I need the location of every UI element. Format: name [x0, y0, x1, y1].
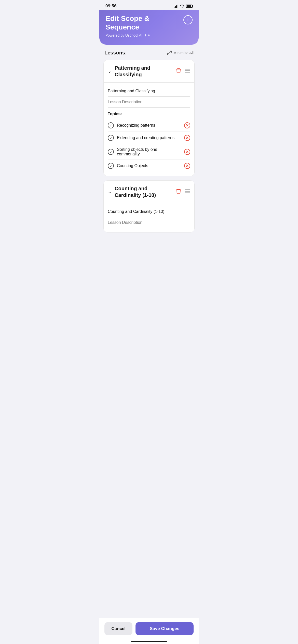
lesson-description-input-2[interactable] [108, 217, 190, 228]
topic-check-icon-2: ✓ [108, 135, 114, 141]
status-time: 09:56 [105, 4, 116, 9]
topic-text-2: Extending and creating patterns [117, 136, 181, 140]
drag-handle-1-icon[interactable] [185, 69, 190, 74]
topic-remove-button-2[interactable]: ✕ [184, 135, 190, 141]
info-button[interactable]: i [183, 15, 193, 24]
lesson-header-2: ⌄ Counting and Cardinality (1-10) [104, 181, 194, 203]
topic-check-icon-4: ✓ [108, 163, 114, 169]
minimize-icon [167, 50, 172, 55]
sparkle-icon: ✦✦ [144, 33, 151, 38]
wifi-icon [180, 4, 184, 8]
content-area: Lessons: Minimize All ⌄ Patterning and C… [99, 45, 199, 272]
lesson-title-1: Patterning and Classifying [115, 65, 172, 78]
chevron-down-icon-1[interactable]: ⌄ [108, 68, 112, 74]
topic-check-icon-3: ✓ [108, 149, 114, 155]
topic-row-4: ✓ Counting Objects ✕ [108, 160, 190, 172]
lesson-description-input-1[interactable] [108, 97, 190, 108]
status-icons [174, 4, 193, 8]
chevron-down-icon-2[interactable]: ⌄ [108, 189, 112, 195]
bottom-spacer [103, 237, 195, 267]
lesson-title-2: Counting and Cardinality (1-10) [115, 185, 172, 198]
lesson-body-1: Topics: ✓ Recognizing patterns ✕ ✓ Exten… [104, 82, 194, 176]
lessons-label: Lessons: [104, 50, 127, 56]
topic-row-2: ✓ Extending and creating patterns ✕ [108, 132, 190, 144]
delete-lesson-2-icon[interactable] [175, 188, 182, 196]
header-subtitle: Powered by Uschool AI ✦✦ [105, 33, 193, 38]
minimize-all-label: Minimize All [173, 51, 194, 55]
lesson-name-input-1[interactable] [108, 87, 190, 97]
lesson-card-1: ⌄ Patterning and Classifying Topics: [103, 60, 195, 176]
header-top: Edit Scope & Sequence i [105, 14, 193, 31]
drag-handle-2-icon[interactable] [185, 189, 190, 195]
topic-text-1: Recognizing patterns [117, 123, 181, 128]
topics-label-1: Topics: [108, 112, 190, 116]
header: Edit Scope & Sequence i Powered by Uscho… [99, 10, 199, 45]
topic-text-3: Sorting objects by one commonality [117, 147, 181, 156]
topic-row-1: ✓ Recognizing patterns ✕ [108, 119, 190, 132]
lesson-name-input-2[interactable] [108, 207, 190, 217]
signal-bars-icon [174, 4, 178, 8]
minimize-all-button[interactable]: Minimize All [167, 50, 194, 55]
lessons-header: Lessons: Minimize All [103, 50, 195, 56]
delete-lesson-1-icon[interactable] [175, 68, 182, 75]
battery-icon [186, 5, 193, 8]
topic-row-3: ✓ Sorting objects by one commonality ✕ [108, 144, 190, 160]
status-bar: 09:56 [99, 0, 199, 11]
topic-remove-button-4[interactable]: ✕ [184, 163, 190, 169]
topic-text-4: Counting Objects [117, 164, 181, 168]
lesson-header-1: ⌄ Patterning and Classifying [104, 60, 194, 82]
topic-remove-button-3[interactable]: ✕ [184, 149, 190, 155]
page-title: Edit Scope & Sequence [105, 14, 183, 31]
lesson-card-2: ⌄ Counting and Cardinality (1-10) [103, 180, 195, 232]
lesson-body-2 [104, 203, 194, 232]
topic-check-icon-1: ✓ [108, 122, 114, 128]
topic-remove-button-1[interactable]: ✕ [184, 122, 190, 128]
